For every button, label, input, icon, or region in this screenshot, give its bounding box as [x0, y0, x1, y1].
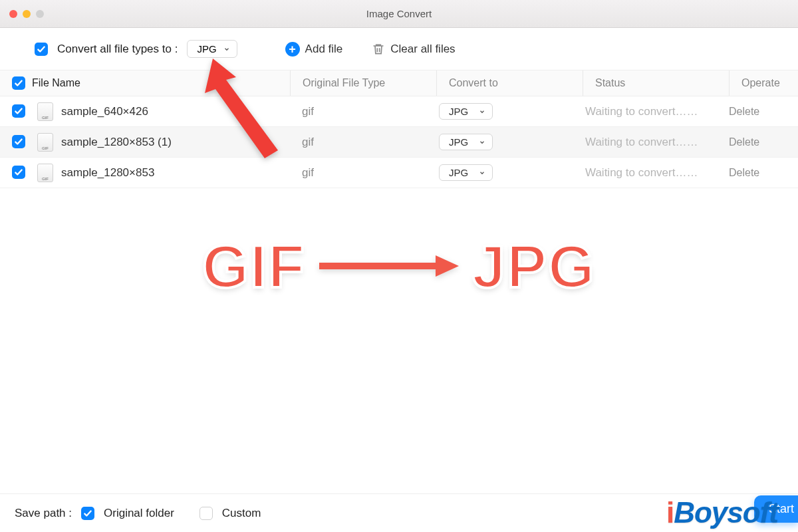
col-file-name: File Name: [32, 77, 80, 89]
file-table: File Name Original File Type Convert to …: [0, 70, 798, 188]
original-type: gif: [290, 136, 436, 149]
file-icon: [37, 164, 53, 182]
convert-all-select[interactable]: JPG: [187, 40, 237, 58]
original-folder-checkbox[interactable]: [81, 507, 94, 520]
plus-icon: +: [285, 42, 300, 57]
row-checkbox[interactable]: [12, 104, 25, 118]
minimize-icon[interactable]: [23, 10, 31, 18]
custom-path-label: Custom: [222, 507, 261, 520]
col-convert-to: Convert to: [436, 70, 583, 96]
table-row: sample_640×426 gif JPG Waiting to conver…: [0, 96, 798, 127]
file-name: sample_640×426: [61, 105, 148, 118]
svg-marker-2: [436, 255, 459, 277]
col-operate: Operate: [729, 70, 798, 96]
trash-icon: [372, 43, 385, 56]
close-icon[interactable]: [9, 10, 17, 18]
titlebar: Image Convert: [0, 0, 798, 28]
file-icon: [37, 102, 53, 121]
status-text: Waiting to convert……: [583, 105, 729, 118]
table-header: File Name Original File Type Convert to …: [0, 70, 798, 96]
table-row: sample_1280×853 gif JPG Waiting to conve…: [0, 158, 798, 188]
overlay-to: JPG: [472, 233, 596, 301]
select-all-checkbox[interactable]: [12, 76, 25, 90]
overlay-from: GIF: [202, 233, 306, 301]
window-controls: [9, 10, 44, 18]
delete-button[interactable]: Delete: [729, 167, 798, 179]
row-convert-select[interactable]: JPG: [439, 134, 493, 150]
clear-all-button[interactable]: Clear all files: [372, 43, 455, 56]
chevron-down-icon: [479, 108, 485, 115]
original-folder-label: Original folder: [104, 507, 174, 520]
custom-path-checkbox[interactable]: [200, 507, 213, 520]
chevron-down-icon: [223, 46, 230, 53]
convert-all-value: JPG: [197, 43, 216, 55]
file-name: sample_1280×853: [61, 166, 154, 180]
brand-text: Boysoft: [674, 496, 778, 529]
delete-button[interactable]: Delete: [729, 106, 798, 118]
original-type: gif: [290, 105, 436, 118]
window-title: Image Convert: [0, 8, 798, 19]
toolbar: Convert all file types to : JPG + Add fi…: [0, 28, 798, 70]
convert-all-checkbox[interactable]: [35, 43, 48, 56]
annotation-overlay: GIF JPG: [0, 233, 798, 301]
file-icon: [37, 133, 53, 152]
clear-all-label: Clear all files: [390, 43, 455, 56]
row-convert-select[interactable]: JPG: [439, 103, 493, 120]
original-type: gif: [290, 166, 436, 180]
row-checkbox[interactable]: [12, 135, 25, 148]
save-path-label: Save path :: [15, 507, 72, 520]
arrow-right-icon: [319, 253, 459, 282]
table-row: sample_1280×853 (1) gif JPG Waiting to c…: [0, 127, 798, 158]
delete-button[interactable]: Delete: [729, 136, 798, 148]
row-convert-select[interactable]: JPG: [439, 164, 493, 181]
add-file-button[interactable]: + Add file: [285, 42, 343, 57]
chevron-down-icon: [479, 170, 485, 176]
status-text: Waiting to convert……: [583, 166, 729, 180]
file-name: sample_1280×853 (1): [61, 136, 172, 149]
chevron-down-icon: [479, 139, 485, 146]
maximize-icon: [36, 10, 44, 18]
convert-all-label: Convert all file types to :: [57, 43, 178, 56]
col-status: Status: [583, 70, 729, 96]
status-text: Waiting to convert……: [583, 136, 729, 149]
col-original-type: Original File Type: [290, 70, 436, 96]
add-file-label: Add file: [305, 43, 343, 56]
row-checkbox[interactable]: [12, 166, 25, 179]
brand-watermark: iBoysoft: [666, 496, 778, 529]
